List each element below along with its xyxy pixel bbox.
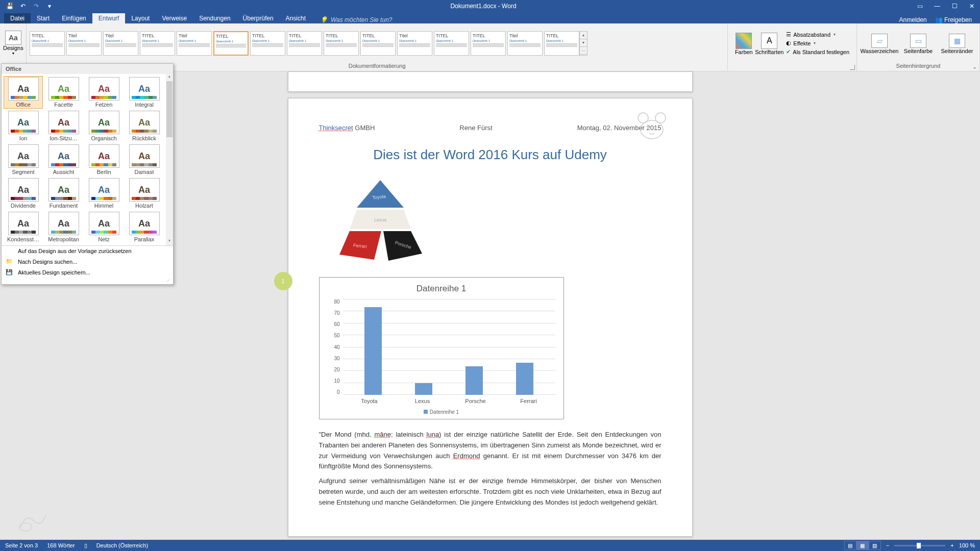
maximize-button[interactable]: ☐ <box>946 1 963 11</box>
sign-in[interactable]: Anmelden <box>899 16 927 23</box>
theme-item[interactable]: AaFacette <box>44 76 83 109</box>
theme-item[interactable]: AaBerlin <box>84 143 124 176</box>
theme-item[interactable]: AaHolzart <box>125 177 164 210</box>
theme-item[interactable]: AaMetropolitan <box>44 211 83 243</box>
status-page[interactable]: Seite 2 von 3 <box>5 542 38 548</box>
fonts-button[interactable]: A Schriftarten <box>756 32 782 55</box>
zoom-level[interactable]: 100 % <box>959 542 975 548</box>
zoom-slider[interactable] <box>894 545 945 546</box>
watermark-button[interactable]: ▱ Wasserzeichen <box>860 33 899 54</box>
colors-button[interactable]: Farben <box>731 32 756 55</box>
theme-item[interactable]: AaNetz <box>84 211 124 243</box>
minimize-button[interactable]: — <box>929 1 945 11</box>
chart-bar <box>415 383 432 395</box>
gallery-more-icon[interactable]: ⋯ <box>580 47 587 55</box>
theme-item[interactable]: AaRückblick <box>125 110 164 142</box>
theme-item[interactable]: AaFundament <box>44 177 83 210</box>
scroll-down-icon[interactable]: ▾ <box>580 39 587 47</box>
document-page[interactable]: 1 Thinksecret GMBH Rene Fürst Montag, 02… <box>288 98 693 537</box>
tab-file[interactable]: Datei <box>4 13 31 23</box>
browse-themes[interactable]: 📁 Nach Designs suchen... <box>2 256 173 267</box>
format-style-item[interactable]: TITELÜberschrift 1 <box>544 31 579 56</box>
themes-header: Office <box>2 64 173 74</box>
page-color-button[interactable]: ▭ Seitenfarbe <box>899 33 938 54</box>
tab-references[interactable]: Verweise <box>156 13 193 23</box>
redo-button[interactable]: ↷ <box>31 1 42 11</box>
scroll-up-icon[interactable]: ▴ <box>580 32 587 39</box>
resize-grip-icon[interactable]: ⟋ <box>2 278 173 284</box>
svg-point-1 <box>638 113 648 123</box>
group-dialog-launcher[interactable] <box>850 65 855 70</box>
effects-icon: ◐ <box>786 40 791 46</box>
themes-scrollbar[interactable]: ▴ ▾ <box>166 74 173 245</box>
web-layout-view[interactable]: ▧ <box>869 541 881 550</box>
qat-customize[interactable]: ▾ <box>44 1 55 11</box>
format-style-item[interactable]: TITELÜberschrift 1 <box>360 31 396 56</box>
status-proofing-icon[interactable]: ▯ <box>84 542 87 549</box>
chart-x-axis: ToyotaLexusPorscheFerrari <box>328 395 555 404</box>
theme-item[interactable]: AaDividende <box>4 177 43 210</box>
tell-me-search[interactable]: 💡 Was möchten Sie tun? <box>312 16 393 23</box>
theme-item[interactable]: AaOffice <box>4 76 43 109</box>
tab-start[interactable]: Start <box>31 13 56 23</box>
format-style-item[interactable]: TitelÜberschrift 1 <box>103 31 138 56</box>
theme-item[interactable]: AaAussicht <box>44 143 83 176</box>
share-button[interactable]: 👥 Freigeben <box>935 16 972 23</box>
zoom-in[interactable]: + <box>950 542 953 548</box>
tab-design[interactable]: Entwurf <box>92 13 126 23</box>
format-style-item[interactable]: TITELÜberschrift 1 <box>287 31 322 56</box>
close-button[interactable]: ✕ <box>964 1 980 11</box>
format-style-item[interactable]: TITELÜberschrift 1 <box>140 31 175 56</box>
page-borders-button[interactable]: ▦ Seitenränder <box>938 33 976 54</box>
theme-item[interactable]: AaHimmel <box>84 177 124 210</box>
print-layout-view[interactable]: ▦ <box>856 541 869 550</box>
chart-title: Datenreihe 1 <box>328 284 555 294</box>
theme-item[interactable]: AaIon <box>4 110 43 142</box>
format-style-item[interactable]: TitelÜberschrift 1 <box>507 31 543 56</box>
format-style-item[interactable]: TITELÜberschrift 1 <box>324 31 359 56</box>
theme-item[interactable]: AaIntegral <box>125 76 164 109</box>
themes-button[interactable]: Aa Designs ▾ <box>3 31 23 56</box>
tab-view[interactable]: Ansicht <box>280 13 312 23</box>
format-style-item[interactable]: TitelÜberschrift 1 <box>66 31 102 56</box>
zoom-out[interactable]: − <box>886 542 889 548</box>
format-style-item[interactable]: TitelÜberschrift 1 <box>397 31 432 56</box>
read-mode-view[interactable]: ▤ <box>844 541 856 550</box>
chart-bar <box>364 307 382 395</box>
theme-item[interactable]: AaIon-Sitzu… <box>44 110 83 142</box>
status-word-count[interactable]: 168 Wörter <box>47 542 75 548</box>
effects-button[interactable]: ◐ Effekte ▾ <box>785 39 850 47</box>
format-style-item[interactable]: TITELÜberschrift 1 <box>250 31 285 56</box>
body-text[interactable]: "Der Mond (mhd. mâne; lateinisch luna) i… <box>319 430 662 508</box>
company-link[interactable]: Thinksecret <box>319 124 353 132</box>
theme-item[interactable]: AaParallax <box>125 211 164 243</box>
theme-item[interactable]: AaKondensst… <box>4 211 43 243</box>
format-style-item[interactable]: TITELÜberschrift 1 <box>213 31 249 56</box>
tab-layout[interactable]: Layout <box>125 13 156 23</box>
tab-mailings[interactable]: Sendungen <box>193 13 236 23</box>
save-button[interactable]: 💾 <box>4 1 15 11</box>
theme-item[interactable]: AaOrganisch <box>84 110 124 142</box>
set-default[interactable]: ✔ Als Standard festlegen <box>785 48 850 56</box>
format-style-item[interactable]: TITELÜberschrift 1 <box>434 31 469 56</box>
format-style-item[interactable]: TITELÜberschrift 1 <box>471 31 506 56</box>
format-style-item[interactable]: TitelÜberschrift 1 <box>177 31 212 56</box>
status-language[interactable]: Deutsch (Österreich) <box>96 542 148 548</box>
previous-page-bottom <box>288 71 693 92</box>
gallery-scroll[interactable]: ▴ ▾ ⋯ <box>579 31 587 56</box>
format-style-item[interactable]: TITELÜberschrift 1 <box>30 31 65 56</box>
theme-item[interactable]: AaSegment <box>4 143 43 176</box>
tab-insert[interactable]: Einfügen <box>56 13 92 23</box>
tab-review[interactable]: Überprüfen <box>237 13 280 23</box>
save-theme[interactable]: 💾 Aktuelles Design speichern... <box>2 267 173 278</box>
svg-point-3 <box>647 127 649 129</box>
display-options[interactable]: ▭ <box>912 1 928 11</box>
undo-button[interactable]: ↶ <box>17 1 29 11</box>
paragraph-spacing[interactable]: ☰ Absatzabstand ▾ <box>785 31 850 38</box>
theme-item[interactable]: AaFetzen <box>84 76 124 109</box>
chart-legend: Datenreihe 1 <box>328 409 555 415</box>
theme-item[interactable]: AaDamast <box>125 143 164 176</box>
reset-theme[interactable]: Auf das Design aus der Vorlage zurückset… <box>2 246 173 256</box>
themes-label: Designs <box>3 45 23 51</box>
tell-me-placeholder: Was möchten Sie tun? <box>331 16 393 23</box>
